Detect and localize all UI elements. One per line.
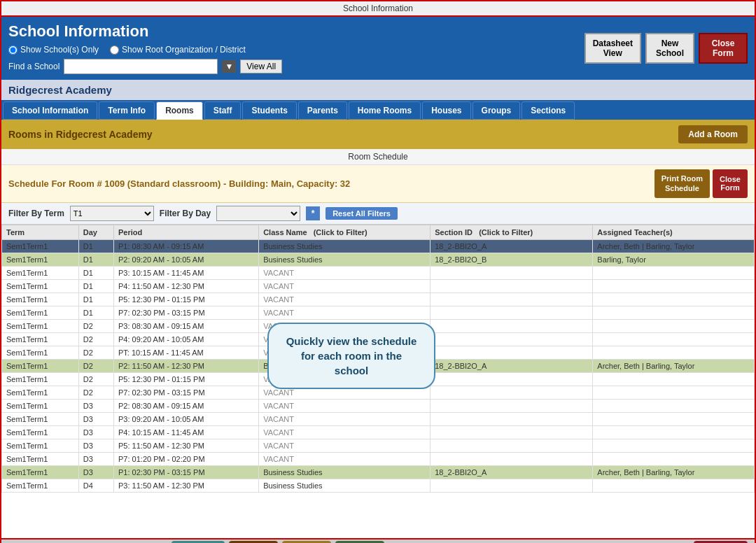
title-bar: School Information [0, 0, 756, 17]
cell-sectionid [430, 452, 593, 465]
cell-term: Sem1Term1 [2, 266, 79, 279]
cell-term: Sem1Term1 [2, 319, 79, 332]
filter-bar: Filter By Term T1 Filter By Day * Reset … [1, 203, 755, 225]
header-buttons: DatasheetView NewSchool CloseForm [584, 33, 748, 64]
cell-sectionid [430, 319, 593, 332]
cell-teacher: Archer, Beth | Barling, Taylor [593, 239, 755, 253]
col-sectionid[interactable]: Section ID (Click to Filter) [430, 225, 593, 239]
cell-classname: VACANT [259, 346, 430, 359]
tab-school-information[interactable]: School Information [3, 101, 97, 120]
cell-teacher: Archer, Beth | Barling, Taylor [593, 359, 755, 372]
cell-term: Sem1Term1 [2, 306, 79, 319]
room-schedule-title: Room Schedule [1, 149, 755, 165]
filter-asterisk-button[interactable]: * [306, 206, 320, 220]
cell-day: D2 [78, 359, 113, 372]
table-row[interactable]: Sem1Term1 D3 P4: 10:15 AM - 11:45 AM VAC… [2, 425, 755, 439]
cell-sectionid [430, 386, 593, 399]
close-schedule-button[interactable]: CloseForm [713, 169, 748, 198]
table-row[interactable]: Sem1Term1 D2 P2: 11:50 AM - 12:30 PM Bus… [2, 359, 755, 372]
cell-term: Sem1Term1 [2, 412, 79, 425]
table-row[interactable]: Sem1Term1 D3 P7: 01:20 PM - 02:20 PM VAC… [2, 452, 755, 465]
cell-teacher [593, 439, 755, 452]
cell-classname: Business Studies [259, 253, 430, 266]
tab-rooms[interactable]: Rooms [156, 101, 203, 120]
tab-students[interactable]: Students [242, 101, 296, 120]
tab-houses[interactable]: Houses [422, 101, 470, 120]
table-row[interactable]: Sem1Term1 D1 P1: 08:30 AM - 09:15 AM Bus… [2, 239, 755, 253]
table-row[interactable]: Sem1Term1 D2 PT: 10:15 AM - 11:45 AM VAC… [2, 346, 755, 359]
rooms-header-title: Rooms in Ridgecrest Academy [8, 129, 153, 140]
header-left: School Information Show School(s) Only S… [8, 22, 282, 74]
dropdown-icon[interactable]: ▼ [222, 60, 236, 73]
tab-term-info[interactable]: Term Info [99, 101, 155, 120]
table-row[interactable]: Sem1Term1 D1 P5: 12:30 PM - 01:15 PM VAC… [2, 292, 755, 306]
find-school-input[interactable] [64, 59, 218, 74]
cell-term: Sem1Term1 [2, 279, 79, 292]
datasheet-view-button[interactable]: DatasheetView [584, 33, 641, 64]
table-row[interactable]: Sem1Term1 D3 P5: 11:50 AM - 12:30 PM VAC… [2, 439, 755, 452]
table-row[interactable]: Sem1Term1 D2 P7: 02:30 PM - 03:15 PM VAC… [2, 386, 755, 399]
cell-term: Sem1Term1 [2, 359, 79, 372]
tab-parents[interactable]: Parents [298, 101, 347, 120]
main-content: Rooms in Ridgecrest Academy Add a Room R… [0, 120, 756, 540]
filter-day-select[interactable] [216, 206, 300, 221]
view-all-button[interactable]: View All [240, 59, 282, 73]
tab-groups[interactable]: Groups [472, 101, 521, 120]
cell-period: P7: 01:20 PM - 02:20 PM [114, 452, 259, 465]
table-row[interactable]: Sem1Term1 D2 P4: 09:20 AM - 10:05 AM VAC… [2, 332, 755, 346]
print-room-schedule-button[interactable]: Print RoomSchedule [654, 169, 710, 198]
cell-sectionid: 18_2-BBI2O_B [430, 253, 593, 266]
col-classname[interactable]: Class Name (Click to Filter) [259, 225, 430, 239]
schedule-table-wrap[interactable]: Term Day Period Class Name (Click to Fil… [1, 225, 755, 538]
cell-period: P2: 08:30 AM - 09:15 AM [114, 399, 259, 412]
cell-teacher [593, 319, 755, 332]
table-row[interactable]: Sem1Term1 D2 P5: 12:30 PM - 01:15 PM VAC… [2, 372, 755, 386]
tab-home-rooms[interactable]: Home Rooms [349, 101, 421, 120]
cell-term: Sem1Term1 [2, 452, 79, 465]
add-room-button[interactable]: Add a Room [678, 125, 748, 143]
table-row[interactable]: Sem1Term1 D1 P2: 09:20 AM - 10:05 AM Bus… [2, 253, 755, 266]
new-school-button[interactable]: NewSchool [645, 33, 694, 64]
cell-period: P2: 11:50 AM - 12:30 PM [114, 359, 259, 372]
cell-classname: VACANT [259, 306, 430, 319]
table-row[interactable]: Sem1Term1 D2 P3: 08:30 AM - 09:15 AM VAC… [2, 319, 755, 332]
close-form-button[interactable]: CloseForm [699, 33, 748, 64]
school-name-bar: Ridgecrest Academy [0, 80, 756, 100]
tab-staff[interactable]: Staff [204, 101, 241, 120]
cell-period: P4: 11:50 AM - 12:30 PM [114, 279, 259, 292]
cell-term: Sem1Term1 [2, 332, 79, 346]
cell-sectionid [430, 279, 593, 292]
cell-day: D1 [78, 306, 113, 319]
schedule-buttons: Print RoomSchedule CloseForm [654, 169, 748, 198]
cell-day: D3 [78, 439, 113, 452]
table-row[interactable]: Sem1Term1 D3 P2: 08:30 AM - 09:15 AM VAC… [2, 399, 755, 412]
tab-sections[interactable]: Sections [522, 101, 575, 120]
cell-day: D1 [78, 266, 113, 279]
cell-sectionid [430, 292, 593, 306]
cell-teacher [593, 412, 755, 425]
table-row[interactable]: Sem1Term1 D3 P1: 02:30 PM - 03:15 PM Bus… [2, 465, 755, 479]
filter-term-select[interactable]: T1 [70, 206, 154, 221]
table-row[interactable]: Sem1Term1 D4 P3: 11:50 AM - 12:30 PM Bus… [2, 479, 755, 492]
cell-period: P3: 11:50 AM - 12:30 PM [114, 479, 259, 492]
table-row[interactable]: Sem1Term1 D1 P4: 11:50 AM - 12:30 PM VAC… [2, 279, 755, 292]
cell-day: D2 [78, 319, 113, 332]
cell-sectionid [430, 479, 593, 492]
reset-filters-button[interactable]: Reset All Filters [326, 207, 398, 220]
cell-teacher [593, 266, 755, 279]
radio-root-org[interactable]: Show Root Organization / District [110, 45, 246, 55]
find-label: Find a School [8, 62, 59, 71]
table-row[interactable]: Sem1Term1 D1 P3: 10:15 AM - 11:45 AM VAC… [2, 266, 755, 279]
radio-schools-only[interactable]: Show School(s) Only [8, 45, 99, 55]
cell-sectionid [430, 266, 593, 279]
cell-sectionid [430, 372, 593, 386]
cell-day: D1 [78, 292, 113, 306]
table-row[interactable]: Sem1Term1 D1 P7: 02:30 PM - 03:15 PM VAC… [2, 306, 755, 319]
cell-period: P4: 10:15 AM - 11:45 AM [114, 425, 259, 439]
table-row[interactable]: Sem1Term1 D3 P3: 09:20 AM - 10:05 AM VAC… [2, 412, 755, 425]
cell-classname: VACANT [259, 332, 430, 346]
filter-term-label: Filter By Term [8, 209, 64, 218]
cell-period: P5: 12:30 PM - 01:15 PM [114, 292, 259, 306]
cell-term: Sem1Term1 [2, 479, 79, 492]
cell-day: D3 [78, 465, 113, 479]
